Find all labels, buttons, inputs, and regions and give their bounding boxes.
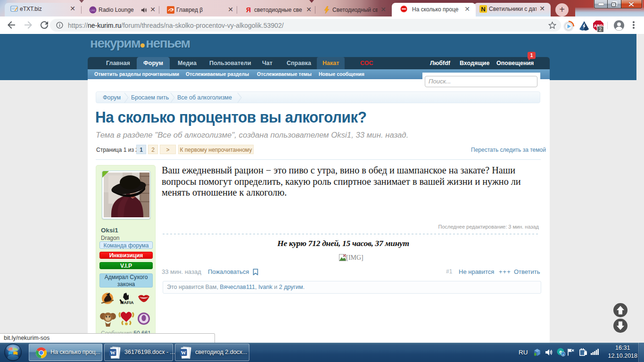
svg-text:Я: Я xyxy=(246,6,251,14)
svg-text:W: W xyxy=(110,350,116,355)
svg-text:N: N xyxy=(481,6,485,13)
svg-text:W: W xyxy=(181,350,187,355)
svg-text:LNG: LNG xyxy=(91,9,95,12)
svg-text:i: i xyxy=(563,353,564,356)
svg-text:MAFIA: MAFIA xyxy=(120,300,134,305)
